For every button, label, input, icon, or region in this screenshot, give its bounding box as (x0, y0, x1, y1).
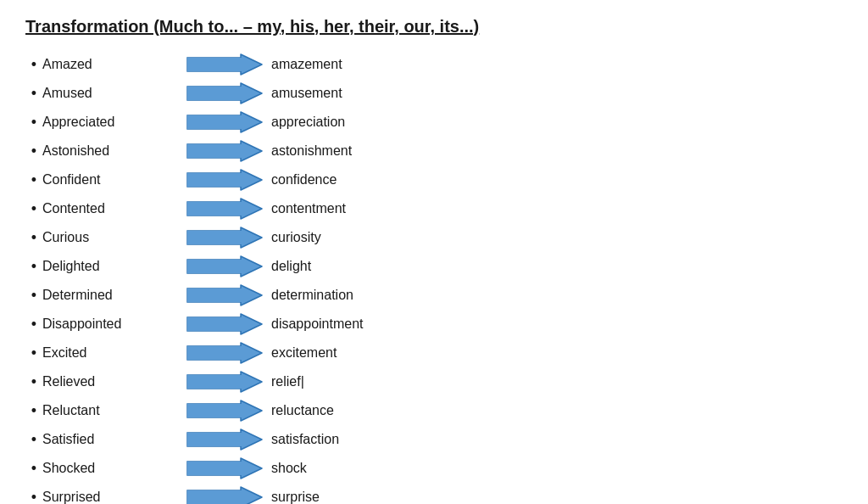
noun-word: amusement (271, 86, 342, 101)
noun-word: curiosity (271, 230, 321, 245)
noun-word: disappointment (271, 316, 364, 332)
svg-marker-10 (241, 141, 262, 161)
svg-rect-29 (187, 317, 242, 331)
noun-word: appreciation (271, 115, 345, 130)
noun-word: delight (271, 259, 311, 274)
page-container: Transformation (Much to... – my, his, he… (25, 17, 843, 504)
bullet-point: • (25, 200, 42, 218)
adjective-word: Satisfied (42, 432, 178, 447)
svg-marker-1 (241, 54, 262, 75)
list-item: • Curious curiosity (25, 225, 843, 250)
list-item: • Confident confidence (25, 167, 843, 193)
arrow-icon (186, 111, 263, 133)
bullet-point: • (25, 56, 42, 74)
list-item: • Determined determination (25, 283, 843, 308)
svg-marker-46 (241, 487, 262, 504)
svg-rect-17 (187, 202, 242, 216)
list-item: • Disappointed disappointment (25, 311, 843, 337)
arrow-icon (186, 371, 263, 393)
list-item: • Relieved relief| (25, 369, 843, 395)
adjective-word: Surprised (42, 490, 178, 504)
list-item: • Astonished astonishment (25, 138, 843, 164)
svg-rect-20 (187, 231, 242, 244)
svg-marker-13 (241, 170, 262, 190)
bullet-point: • (25, 373, 42, 391)
list-item: • Shocked shock (25, 456, 843, 481)
svg-marker-43 (241, 458, 262, 479)
svg-marker-22 (241, 256, 262, 277)
arrow-icon (186, 428, 263, 451)
bullet-point: • (25, 143, 42, 160)
adjective-word: Excited (42, 345, 178, 361)
svg-rect-41 (187, 433, 242, 446)
bullet-point: • (25, 316, 42, 333)
adjective-word: Relieved (42, 374, 178, 389)
word-list: • Amazed amazement • Amused amuseme (25, 52, 843, 504)
svg-marker-19 (241, 227, 262, 248)
noun-word: satisfaction (271, 432, 339, 447)
adjective-word: Amused (42, 86, 178, 101)
adjective-word: Curious (42, 230, 178, 245)
adjective-word: Amazed (42, 57, 178, 72)
bullet-point: • (25, 114, 42, 132)
svg-marker-34 (241, 372, 262, 392)
adjective-word: Shocked (42, 461, 178, 476)
svg-marker-28 (241, 314, 262, 334)
arrow-icon (186, 82, 263, 104)
list-item: • Reluctant reluctance (25, 398, 843, 423)
adjective-word: Confident (42, 172, 178, 188)
adjective-word: Reluctant (42, 403, 178, 418)
svg-rect-44 (187, 462, 242, 475)
bullet-point: • (25, 229, 42, 247)
adjective-word: Appreciated (42, 115, 178, 130)
adjective-word: Astonished (42, 143, 178, 159)
bullet-point: • (25, 287, 42, 305)
svg-marker-4 (241, 83, 262, 104)
adjective-word: Determined (42, 288, 178, 303)
arrow-icon (186, 169, 263, 191)
list-item: • Delighted delight (25, 254, 843, 279)
arrow-icon (186, 227, 263, 249)
svg-rect-14 (187, 173, 242, 187)
svg-rect-23 (187, 260, 242, 273)
list-item: • Satisfied satisfaction (25, 427, 843, 452)
svg-rect-2 (187, 58, 242, 71)
svg-rect-35 (187, 375, 242, 389)
noun-word: confidence (271, 172, 337, 188)
arrow-icon (186, 198, 263, 220)
bullet-point: • (25, 258, 42, 276)
svg-rect-8 (187, 115, 242, 129)
svg-marker-7 (241, 112, 262, 132)
svg-rect-38 (187, 404, 242, 417)
noun-word: reluctance (271, 403, 334, 418)
arrow-icon (186, 400, 263, 422)
noun-word: shock (271, 461, 307, 476)
list-item: • Surprised surprise (25, 484, 843, 504)
adjective-word: Delighted (42, 259, 178, 274)
noun-word: amazement (271, 57, 342, 72)
svg-marker-40 (241, 429, 262, 450)
arrow-icon (186, 342, 263, 364)
svg-marker-31 (241, 343, 262, 363)
arrow-icon (186, 486, 263, 504)
list-item: • Amazed amazement (25, 52, 843, 77)
arrow-icon (186, 53, 263, 76)
bullet-point: • (25, 431, 42, 449)
bullet-point: • (25, 344, 42, 362)
arrow-icon (186, 255, 263, 277)
svg-rect-11 (187, 144, 242, 158)
svg-marker-16 (241, 199, 262, 219)
svg-rect-32 (187, 346, 242, 360)
svg-rect-47 (187, 490, 242, 504)
svg-rect-5 (187, 87, 242, 100)
bullet-point: • (25, 85, 42, 103)
adjective-word: Contented (42, 201, 178, 216)
svg-marker-37 (241, 400, 262, 421)
svg-rect-26 (187, 288, 242, 302)
list-item: • Amused amusement (25, 81, 843, 106)
noun-word: excitement (271, 345, 337, 361)
noun-word: relief| (271, 374, 304, 389)
noun-word: determination (271, 288, 353, 303)
bullet-point: • (25, 171, 42, 189)
arrow-icon (186, 313, 263, 335)
